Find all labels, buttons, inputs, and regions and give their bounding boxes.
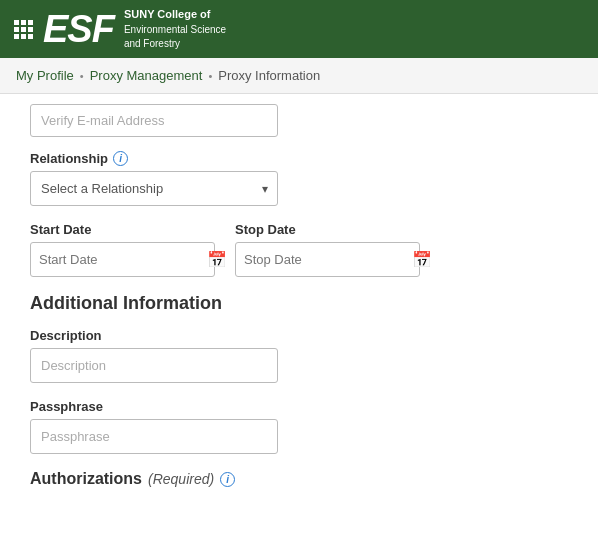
esf-logo: ESF [43, 10, 114, 48]
breadcrumb-sep-1: • [80, 70, 84, 82]
stop-date-wrapper: 📅 [235, 242, 420, 277]
start-date-wrapper: 📅 [30, 242, 215, 277]
additional-info-title: Additional Information [30, 293, 568, 314]
description-group: Description [30, 328, 568, 383]
breadcrumb-proxy-management[interactable]: Proxy Management [90, 68, 203, 83]
passphrase-group: Passphrase [30, 399, 568, 454]
esf-tagline: SUNY College of Environmental Science an… [124, 7, 226, 50]
page-header: ESF SUNY College of Environmental Scienc… [0, 0, 598, 58]
stop-date-label: Stop Date [235, 222, 420, 237]
description-input[interactable] [30, 348, 278, 383]
relationship-select[interactable]: Select a Relationship [30, 171, 278, 206]
breadcrumb-proxy-information: Proxy Information [218, 68, 320, 83]
relationship-group: Relationship i Select a Relationship // … [30, 151, 568, 206]
start-date-group: Start Date 📅 [30, 222, 215, 277]
start-date-calendar-icon[interactable]: 📅 [207, 250, 227, 269]
description-label: Description [30, 328, 568, 343]
start-date-input[interactable] [39, 252, 207, 267]
authorizations-required: (Required) [148, 471, 214, 487]
breadcrumb-my-profile[interactable]: My Profile [16, 68, 74, 83]
date-row: Start Date 📅 Stop Date 📅 [30, 222, 568, 277]
verify-email-input[interactable] [30, 104, 278, 137]
passphrase-input[interactable] [30, 419, 278, 454]
authorizations-info-icon[interactable]: i [220, 472, 235, 487]
relationship-label: Relationship i [30, 151, 568, 166]
main-content: Relationship i Select a Relationship // … [0, 104, 598, 508]
stop-date-input[interactable] [244, 252, 412, 267]
relationship-select-wrapper: Select a Relationship // Set the first o… [30, 171, 278, 206]
stop-date-group: Stop Date 📅 [235, 222, 420, 277]
stop-date-calendar-icon[interactable]: 📅 [412, 250, 432, 269]
authorizations-label: Authorizations (Required) i [30, 470, 568, 488]
start-date-label: Start Date [30, 222, 215, 237]
verify-email-row [30, 104, 568, 137]
breadcrumb: My Profile • Proxy Management • Proxy In… [0, 58, 598, 94]
relationship-info-icon[interactable]: i [113, 151, 128, 166]
passphrase-label: Passphrase [30, 399, 568, 414]
breadcrumb-sep-2: • [208, 70, 212, 82]
grid-icon [14, 20, 33, 39]
